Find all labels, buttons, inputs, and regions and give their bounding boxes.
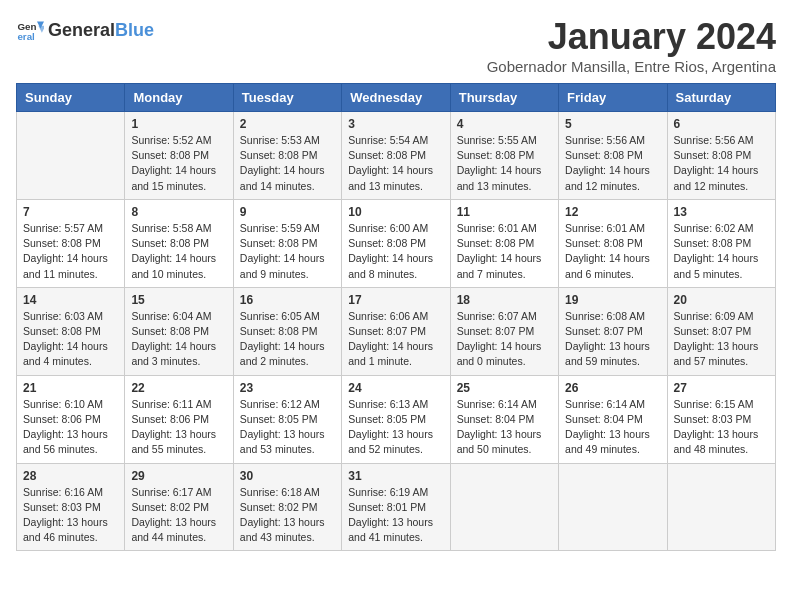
day-info: Sunrise: 6:00 AM Sunset: 8:08 PM Dayligh… [348, 221, 443, 282]
calendar-header-sunday: Sunday [17, 84, 125, 112]
calendar-cell [667, 463, 775, 551]
calendar-header-row: SundayMondayTuesdayWednesdayThursdayFrid… [17, 84, 776, 112]
day-number: 5 [565, 117, 660, 131]
day-info: Sunrise: 6:17 AM Sunset: 8:02 PM Dayligh… [131, 485, 226, 546]
calendar-table: SundayMondayTuesdayWednesdayThursdayFrid… [16, 83, 776, 551]
day-info: Sunrise: 5:54 AM Sunset: 8:08 PM Dayligh… [348, 133, 443, 194]
day-info: Sunrise: 5:56 AM Sunset: 8:08 PM Dayligh… [565, 133, 660, 194]
logo-icon: Gen eral [16, 16, 44, 44]
day-info: Sunrise: 6:08 AM Sunset: 8:07 PM Dayligh… [565, 309, 660, 370]
day-number: 20 [674, 293, 769, 307]
calendar-cell: 2Sunrise: 5:53 AM Sunset: 8:08 PM Daylig… [233, 112, 341, 200]
day-number: 11 [457, 205, 552, 219]
day-info: Sunrise: 6:16 AM Sunset: 8:03 PM Dayligh… [23, 485, 118, 546]
month-year-title: January 2024 [487, 16, 776, 58]
day-info: Sunrise: 5:52 AM Sunset: 8:08 PM Dayligh… [131, 133, 226, 194]
calendar-cell: 31Sunrise: 6:19 AM Sunset: 8:01 PM Dayli… [342, 463, 450, 551]
calendar-week-3: 14Sunrise: 6:03 AM Sunset: 8:08 PM Dayli… [17, 287, 776, 375]
day-info: Sunrise: 6:06 AM Sunset: 8:07 PM Dayligh… [348, 309, 443, 370]
day-number: 26 [565, 381, 660, 395]
day-info: Sunrise: 6:05 AM Sunset: 8:08 PM Dayligh… [240, 309, 335, 370]
day-info: Sunrise: 6:04 AM Sunset: 8:08 PM Dayligh… [131, 309, 226, 370]
calendar-cell [17, 112, 125, 200]
day-number: 2 [240, 117, 335, 131]
calendar-cell: 20Sunrise: 6:09 AM Sunset: 8:07 PM Dayli… [667, 287, 775, 375]
day-number: 21 [23, 381, 118, 395]
calendar-header-tuesday: Tuesday [233, 84, 341, 112]
day-info: Sunrise: 5:56 AM Sunset: 8:08 PM Dayligh… [674, 133, 769, 194]
day-number: 30 [240, 469, 335, 483]
day-info: Sunrise: 5:58 AM Sunset: 8:08 PM Dayligh… [131, 221, 226, 282]
calendar-cell: 23Sunrise: 6:12 AM Sunset: 8:05 PM Dayli… [233, 375, 341, 463]
day-number: 9 [240, 205, 335, 219]
logo-blue: Blue [115, 20, 154, 40]
day-number: 31 [348, 469, 443, 483]
calendar-cell: 25Sunrise: 6:14 AM Sunset: 8:04 PM Dayli… [450, 375, 558, 463]
day-info: Sunrise: 6:19 AM Sunset: 8:01 PM Dayligh… [348, 485, 443, 546]
calendar-body: 1Sunrise: 5:52 AM Sunset: 8:08 PM Daylig… [17, 112, 776, 551]
calendar-cell: 9Sunrise: 5:59 AM Sunset: 8:08 PM Daylig… [233, 199, 341, 287]
calendar-cell: 30Sunrise: 6:18 AM Sunset: 8:02 PM Dayli… [233, 463, 341, 551]
day-number: 24 [348, 381, 443, 395]
calendar-week-4: 21Sunrise: 6:10 AM Sunset: 8:06 PM Dayli… [17, 375, 776, 463]
day-info: Sunrise: 6:10 AM Sunset: 8:06 PM Dayligh… [23, 397, 118, 458]
svg-marker-3 [38, 26, 44, 33]
day-number: 28 [23, 469, 118, 483]
day-number: 12 [565, 205, 660, 219]
day-info: Sunrise: 6:11 AM Sunset: 8:06 PM Dayligh… [131, 397, 226, 458]
calendar-cell: 27Sunrise: 6:15 AM Sunset: 8:03 PM Dayli… [667, 375, 775, 463]
day-number: 29 [131, 469, 226, 483]
day-number: 7 [23, 205, 118, 219]
title-block: January 2024 Gobernador Mansilla, Entre … [487, 16, 776, 75]
calendar-cell: 13Sunrise: 6:02 AM Sunset: 8:08 PM Dayli… [667, 199, 775, 287]
day-number: 1 [131, 117, 226, 131]
calendar-cell: 21Sunrise: 6:10 AM Sunset: 8:06 PM Dayli… [17, 375, 125, 463]
day-info: Sunrise: 6:03 AM Sunset: 8:08 PM Dayligh… [23, 309, 118, 370]
day-info: Sunrise: 6:07 AM Sunset: 8:07 PM Dayligh… [457, 309, 552, 370]
calendar-cell: 22Sunrise: 6:11 AM Sunset: 8:06 PM Dayli… [125, 375, 233, 463]
calendar-cell: 6Sunrise: 5:56 AM Sunset: 8:08 PM Daylig… [667, 112, 775, 200]
day-info: Sunrise: 5:59 AM Sunset: 8:08 PM Dayligh… [240, 221, 335, 282]
calendar-header-thursday: Thursday [450, 84, 558, 112]
calendar-week-1: 1Sunrise: 5:52 AM Sunset: 8:08 PM Daylig… [17, 112, 776, 200]
day-number: 25 [457, 381, 552, 395]
logo: Gen eral GeneralBlue [16, 16, 154, 44]
day-info: Sunrise: 6:01 AM Sunset: 8:08 PM Dayligh… [457, 221, 552, 282]
calendar-cell: 4Sunrise: 5:55 AM Sunset: 8:08 PM Daylig… [450, 112, 558, 200]
day-info: Sunrise: 6:18 AM Sunset: 8:02 PM Dayligh… [240, 485, 335, 546]
calendar-cell: 11Sunrise: 6:01 AM Sunset: 8:08 PM Dayli… [450, 199, 558, 287]
day-info: Sunrise: 5:57 AM Sunset: 8:08 PM Dayligh… [23, 221, 118, 282]
day-number: 23 [240, 381, 335, 395]
day-info: Sunrise: 6:12 AM Sunset: 8:05 PM Dayligh… [240, 397, 335, 458]
calendar-cell: 14Sunrise: 6:03 AM Sunset: 8:08 PM Dayli… [17, 287, 125, 375]
day-info: Sunrise: 6:15 AM Sunset: 8:03 PM Dayligh… [674, 397, 769, 458]
calendar-cell: 19Sunrise: 6:08 AM Sunset: 8:07 PM Dayli… [559, 287, 667, 375]
calendar-cell: 26Sunrise: 6:14 AM Sunset: 8:04 PM Dayli… [559, 375, 667, 463]
calendar-week-2: 7Sunrise: 5:57 AM Sunset: 8:08 PM Daylig… [17, 199, 776, 287]
day-number: 17 [348, 293, 443, 307]
day-info: Sunrise: 6:14 AM Sunset: 8:04 PM Dayligh… [565, 397, 660, 458]
day-number: 18 [457, 293, 552, 307]
calendar-cell: 28Sunrise: 6:16 AM Sunset: 8:03 PM Dayli… [17, 463, 125, 551]
day-info: Sunrise: 5:55 AM Sunset: 8:08 PM Dayligh… [457, 133, 552, 194]
logo-general: General [48, 20, 115, 40]
calendar-cell: 16Sunrise: 6:05 AM Sunset: 8:08 PM Dayli… [233, 287, 341, 375]
day-number: 22 [131, 381, 226, 395]
logo-text: GeneralBlue [48, 20, 154, 41]
day-number: 16 [240, 293, 335, 307]
day-number: 4 [457, 117, 552, 131]
calendar-cell: 24Sunrise: 6:13 AM Sunset: 8:05 PM Dayli… [342, 375, 450, 463]
day-number: 3 [348, 117, 443, 131]
calendar-header-friday: Friday [559, 84, 667, 112]
calendar-cell: 18Sunrise: 6:07 AM Sunset: 8:07 PM Dayli… [450, 287, 558, 375]
calendar-cell: 1Sunrise: 5:52 AM Sunset: 8:08 PM Daylig… [125, 112, 233, 200]
calendar-cell: 29Sunrise: 6:17 AM Sunset: 8:02 PM Dayli… [125, 463, 233, 551]
day-number: 6 [674, 117, 769, 131]
page-header: Gen eral GeneralBlue January 2024 Gobern… [16, 16, 776, 75]
day-number: 13 [674, 205, 769, 219]
day-number: 8 [131, 205, 226, 219]
calendar-cell: 15Sunrise: 6:04 AM Sunset: 8:08 PM Dayli… [125, 287, 233, 375]
day-info: Sunrise: 6:01 AM Sunset: 8:08 PM Dayligh… [565, 221, 660, 282]
day-number: 19 [565, 293, 660, 307]
calendar-cell [450, 463, 558, 551]
